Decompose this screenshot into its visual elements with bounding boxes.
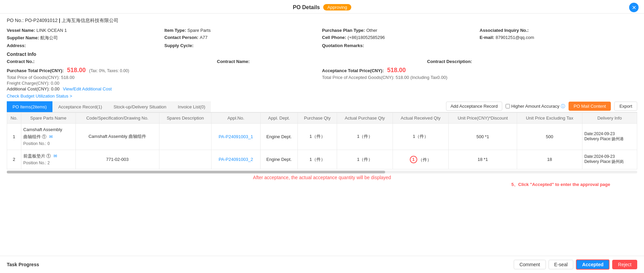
main-content: PO No.: PO-P24091012 | 上海互海信息科技有限公司 Vess… — [0, 14, 644, 202]
cell-name-1: Camshaft Assembly 曲轴组件 ① ✉ Position No.:… — [21, 124, 75, 150]
col-actual-received-qty: Actual Received Qty — [393, 113, 448, 124]
col-actual-purchase-qty: Actual Purchase Qty — [337, 113, 393, 124]
footer-buttons: Comment E-seal Accepted Reject — [514, 259, 637, 270]
purchase-total-value: 518.00 — [67, 67, 86, 74]
check-budget-link[interactable]: Check Budget Utilization Status > — [7, 93, 72, 99]
cell-no-2: 2 — [7, 150, 21, 169]
tab-po-items[interactable]: PO Items(2items) — [7, 101, 52, 112]
contract-info-title: Contract Info — [7, 51, 637, 57]
po-id: PO-P24091012 — [25, 18, 58, 23]
add-acceptance-record-button[interactable]: Add Acceptance Record — [446, 102, 502, 111]
col-delivery-info: Delivery Info — [582, 113, 637, 124]
acceptance-note: After acceptance, the actual acceptance … — [7, 175, 637, 180]
supplier-name-field: Supplier Name: 航海公司 — [7, 34, 164, 42]
cell-actual-purchase-qty-2: 1（件） — [337, 150, 393, 169]
total-goods-value: 518.00 — [61, 75, 74, 80]
cell-delivery-2: Date:2024-09-23 Delivery Place:扬州岗 — [582, 150, 637, 169]
col-spare-parts-name: Spare Parts Name — [21, 113, 75, 124]
item-type-field: Item Type: Spare Parts — [164, 27, 322, 34]
freight-label: Freight Charge(CNY): — [7, 81, 49, 86]
higher-accuracy-info-icon: ⓘ — [561, 103, 565, 109]
col-code: Code/Specification/Drawing No. — [75, 113, 159, 124]
cell-name-2: 前盖板垫片 ① ✉ Position No.: 2 — [21, 150, 75, 169]
cell-actual-received-qty-1: 1（件） — [393, 124, 448, 150]
total-accepted-row: Total Price of Accepted Goods(CNY): 518.… — [322, 75, 638, 80]
cell-unit-price-tax-2: 18 — [517, 150, 582, 169]
cell-unit-price-tax-1: 500 — [517, 124, 582, 150]
freight-row: Freight Charge(CNY): 0.00 — [7, 81, 322, 86]
quotation-field: Quotation Remarks: — [322, 42, 480, 49]
eseal-button[interactable]: E-seal — [549, 260, 574, 269]
supply-cycle-field: Supply Cycle: — [164, 42, 322, 49]
acceptance-total-value: 518.00 — [387, 67, 406, 74]
contact-person-field: Contact Person: A77 — [164, 34, 322, 42]
total-goods-label: Total Price of Goods(CNY): — [7, 75, 60, 80]
email-field: E-mail: 87901251@qq.com — [480, 34, 637, 42]
tab-stockup-delivery[interactable]: Stock-up/Delivery Situation — [108, 101, 172, 112]
comment-button[interactable]: Comment — [514, 260, 546, 269]
page-header: PO Details Approving ✕ — [0, 0, 644, 14]
cell-desc-1 — [159, 124, 211, 150]
cell-purchase-qty-2: 1（件） — [298, 150, 337, 169]
total-goods-row: Total Price of Goods(CNY): 518.00 — [7, 75, 322, 80]
status-badge: Approving — [323, 4, 351, 10]
tab-invoice-list[interactable]: Invoice List(0) — [172, 101, 211, 112]
po-items-table: No. Spare Parts Name Code/Specification/… — [7, 112, 637, 169]
po-company: 上海互海信息科技有限公司 — [62, 18, 118, 23]
scrollbar-thumb — [7, 171, 385, 173]
purchase-plan-field: Purchase Plan Type: Other — [322, 27, 480, 34]
total-accepted-label: Total Price of Accepted Goods(CNY): — [322, 75, 395, 80]
including-tax: (Including Tax0.00) — [410, 75, 447, 80]
cell-desc-2 — [159, 150, 211, 169]
cell-appl-no-2[interactable]: PA-P24091003_2 — [212, 150, 260, 169]
col-appl-no: Appl.No. — [212, 113, 260, 124]
highlighted-qty: 1 — [410, 156, 417, 163]
contract-name-field: Contract Name: — [217, 58, 427, 65]
tab-actions: Add Acceptance Record Higher Amount Accu… — [446, 102, 637, 112]
cell-phone-field: Cell Phone: (+86)18052585296 — [322, 34, 480, 42]
tabs-bar: PO Items(2items) Acceptance Record(1) St… — [7, 101, 637, 112]
higher-accuracy-checkbox-label: Higher Amount Accuracy ⓘ — [506, 103, 565, 109]
accepted-button[interactable]: Accepted — [576, 259, 609, 270]
cell-unit-price-2: 18 *1 — [448, 150, 517, 169]
contract-desc-field: Contract Description: — [427, 58, 637, 65]
po-number-row: PO No.: PO-P24091012 | 上海互海信息科技有限公司 — [7, 18, 637, 24]
reject-button[interactable]: Reject — [612, 260, 637, 269]
cell-appl-dept-2: Engine Dept. — [260, 150, 298, 169]
cell-code-1: Camshaft Assembly 曲轴组件 — [75, 124, 159, 150]
table-row: 1 Camshaft Assembly 曲轴组件 ① ✉ Position No… — [7, 124, 637, 150]
cell-actual-received-qty-2: 1 （件） — [393, 150, 448, 169]
associated-inquiry-field: Associated Inquiry No.: — [480, 27, 637, 34]
col-unit-price: Unit Price(CNY)*Discount — [448, 113, 517, 124]
col-purchase-qty: Purchase Qty — [298, 113, 337, 124]
horizontal-scrollbar[interactable] — [7, 171, 637, 173]
view-edit-additional-link[interactable]: View/Edit Additional Cost — [63, 86, 112, 91]
tab-acceptance-record[interactable]: Acceptance Record(1) — [52, 101, 108, 112]
col-no: No. — [7, 113, 21, 124]
table-header-row: No. Spare Parts Name Code/Specification/… — [7, 113, 637, 124]
close-button[interactable]: ✕ — [629, 3, 639, 12]
footer: Task Progress Comment E-seal Accepted Re… — [0, 256, 644, 273]
cell-appl-no-1[interactable]: PA-P24091003_1 — [212, 124, 260, 150]
cell-unit-price-1: 500 *1 — [448, 124, 517, 150]
contract-no-field: Contract No.: — [7, 58, 217, 65]
additional-label: Additional Cost(CNY): — [7, 86, 50, 91]
page-title: PO Details — [293, 4, 320, 10]
cell-appl-dept-1: Engine Dept. — [260, 124, 298, 150]
table-row: 2 前盖板垫片 ① ✉ Position No.: 2 771-02-003 — [7, 150, 637, 169]
col-appl-dept: Appl. Dept. — [260, 113, 298, 124]
acceptance-note-section: After acceptance, the actual acceptance … — [7, 175, 637, 188]
col-unit-price-tax: Unit Price Excluding Tax — [517, 113, 582, 124]
higher-accuracy-checkbox[interactable] — [506, 104, 510, 108]
po-mail-content-button[interactable]: PO Mail Content — [569, 102, 611, 111]
additional-cost-row: Additional Cost(CNY): 0.00 View/Edit Add… — [7, 86, 322, 91]
purchase-total-label: Purchase Total Price(CNY): — [7, 68, 64, 73]
purchase-total-tax: (Tax: 0%, Taxes: 0.00) — [89, 68, 129, 73]
edit-icon-1[interactable]: ✉ — [49, 134, 53, 139]
acceptance-message: After acceptance, the actual acceptance … — [253, 175, 391, 180]
freight-value: 0.00 — [51, 81, 59, 86]
export-button[interactable]: Export — [614, 102, 637, 111]
annotation-text: 5、Click "Accepted" to enter the approval… — [7, 182, 637, 188]
edit-icon-2[interactable]: ✉ — [53, 153, 57, 159]
address-field: Address: — [7, 42, 164, 49]
